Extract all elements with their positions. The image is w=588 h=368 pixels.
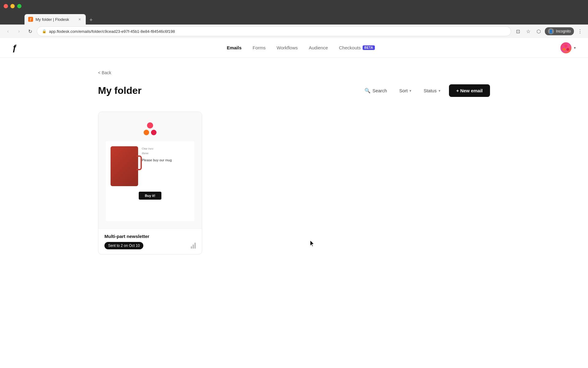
top-nav: ƒ Emails Forms Workflows Audience Checko… bbox=[0, 38, 588, 58]
user-menu-chevron[interactable]: ▾ bbox=[574, 46, 576, 50]
svg-point-2 bbox=[567, 48, 569, 51]
preview-logo bbox=[144, 122, 156, 135]
search-label: Search bbox=[372, 88, 387, 93]
refresh-button[interactable]: ↻ bbox=[26, 27, 34, 36]
incognito-avatar: 👤 bbox=[548, 28, 554, 34]
new-tab-button[interactable]: + bbox=[87, 17, 95, 23]
preview-mug-row: One two three Please buy our mug bbox=[111, 146, 190, 186]
address-input[interactable]: 🔒 app.flodesk.com/emails/folder/c9cead23… bbox=[37, 26, 511, 36]
status-chevron-icon: ▾ bbox=[439, 89, 440, 93]
address-text: app.flodesk.com/emails/folder/c9cead23-e… bbox=[49, 29, 175, 34]
address-bar: ‹ › ↻ 🔒 app.flodesk.com/emails/folder/c9… bbox=[0, 25, 588, 38]
browser-chrome: ƒ My folder | Flodesk × + ‹ › ↻ 🔒 app.fl… bbox=[0, 0, 588, 38]
sort-button[interactable]: Sort ▾ bbox=[396, 86, 415, 96]
nav-link-emails[interactable]: Emails bbox=[227, 45, 241, 50]
preview-logo-dot-top bbox=[147, 122, 153, 128]
beta-badge: BETA bbox=[363, 45, 375, 50]
nav-link-checkouts-wrapper[interactable]: Checkouts BETA bbox=[339, 45, 375, 50]
search-icon: 🔍 bbox=[364, 88, 371, 94]
email-card-meta: Sent to 2 on Oct 10 bbox=[104, 242, 196, 249]
incognito-label: Incognito bbox=[556, 29, 571, 33]
status-button[interactable]: Status ▾ bbox=[420, 86, 444, 96]
preview-buy-button[interactable]: Buy it! bbox=[139, 192, 161, 200]
folder-header: My folder 🔍 Search Sort ▾ Status ▾ + New… bbox=[98, 84, 490, 97]
svg-point-0 bbox=[564, 44, 567, 48]
sent-badge: Sent to 2 on Oct 10 bbox=[104, 242, 143, 249]
nav-link-audience[interactable]: Audience bbox=[309, 45, 328, 50]
menu-button[interactable]: ⋮ bbox=[576, 27, 584, 36]
extensions-button[interactable]: ⬡ bbox=[534, 27, 543, 36]
back-nav-button[interactable]: ‹ bbox=[4, 27, 12, 36]
email-card[interactable]: One two three Please buy our mug Buy it!… bbox=[98, 112, 202, 255]
emails-grid: One two three Please buy our mug Buy it!… bbox=[98, 112, 490, 255]
app-container: ƒ Emails Forms Workflows Audience Checko… bbox=[0, 38, 588, 368]
svg-point-1 bbox=[563, 48, 566, 51]
bookmark-button[interactable]: ☆ bbox=[524, 27, 533, 36]
sort-label: Sort bbox=[399, 88, 408, 93]
tab-title: My folder | Flodesk bbox=[36, 17, 75, 22]
folder-title: My folder bbox=[98, 85, 141, 96]
user-avatar[interactable] bbox=[560, 42, 571, 53]
preview-email-content: One two three Please buy our mug Buy it! bbox=[106, 141, 194, 221]
traffic-light-red[interactable] bbox=[4, 4, 8, 8]
nav-links: Emails Forms Workflows Audience Checkout… bbox=[41, 45, 560, 50]
preview-text-block: One two three Please buy our mug bbox=[142, 146, 172, 162]
preview-logo-dot-left bbox=[144, 130, 149, 135]
nav-link-workflows[interactable]: Workflows bbox=[277, 45, 298, 50]
stats-icon[interactable] bbox=[191, 243, 196, 249]
nav-user-area: ▾ bbox=[560, 42, 576, 53]
folder-actions: 🔍 Search Sort ▾ Status ▾ + New email bbox=[361, 84, 490, 97]
forward-nav-button[interactable]: › bbox=[15, 27, 23, 36]
browser-title-bar bbox=[0, 0, 588, 12]
browser-tab-bar: ƒ My folder | Flodesk × + bbox=[0, 12, 588, 25]
traffic-light-yellow[interactable] bbox=[10, 4, 15, 8]
active-tab[interactable]: ƒ My folder | Flodesk × bbox=[24, 14, 86, 25]
browser-actions: ⊡ ☆ ⬡ 👤 Incognito ⋮ bbox=[514, 27, 584, 36]
preview-tagline: Please buy our mug bbox=[142, 158, 172, 162]
cast-button[interactable]: ⊡ bbox=[514, 27, 522, 36]
main-content: < Back My folder 🔍 Search Sort ▾ Status … bbox=[80, 58, 508, 267]
new-email-label: + New email bbox=[456, 88, 483, 93]
new-email-button[interactable]: + New email bbox=[449, 84, 490, 97]
status-label: Status bbox=[424, 88, 437, 93]
traffic-light-green[interactable] bbox=[17, 4, 21, 8]
nav-link-checkouts: Checkouts bbox=[339, 45, 361, 50]
preview-logo-dot-right bbox=[151, 130, 156, 135]
app-logo[interactable]: ƒ bbox=[12, 43, 17, 53]
email-card-preview: One two three Please buy our mug Buy it! bbox=[98, 112, 202, 228]
tab-close-button[interactable]: × bbox=[77, 17, 82, 22]
tab-favicon: ƒ bbox=[28, 17, 33, 22]
email-card-footer: Multi-part newsletter Sent to 2 on Oct 1… bbox=[98, 228, 202, 254]
email-card-name: Multi-part newsletter bbox=[104, 234, 196, 239]
nav-link-forms[interactable]: Forms bbox=[253, 45, 266, 50]
back-link[interactable]: < Back bbox=[98, 70, 111, 75]
search-button[interactable]: 🔍 Search bbox=[361, 85, 391, 96]
lock-icon: 🔒 bbox=[42, 29, 47, 33]
preview-mug-image bbox=[111, 146, 138, 186]
sort-chevron-icon: ▾ bbox=[409, 89, 411, 93]
incognito-chip[interactable]: 👤 Incognito bbox=[545, 27, 574, 35]
preview-handwriting: One two three bbox=[142, 146, 172, 156]
